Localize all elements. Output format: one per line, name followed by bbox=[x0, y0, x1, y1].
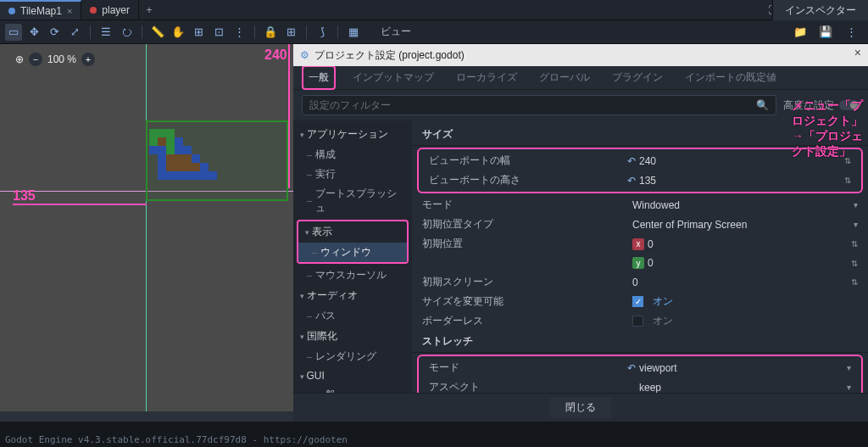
prop-stretch-mode: モード ↶ viewport▾ bbox=[419, 358, 861, 377]
tree-mouse-cursor[interactable]: マウスカーソル bbox=[293, 265, 412, 285]
reset-icon[interactable]: ↶ bbox=[624, 362, 639, 374]
more-icon[interactable]: ⋮ bbox=[843, 24, 860, 41]
dialog-title: プロジェクト設定 (project.godot) bbox=[314, 48, 465, 63]
reset-icon[interactable]: ↶ bbox=[624, 155, 639, 167]
prop-initial-pos: 初期位置 x ⇅ bbox=[412, 234, 868, 254]
annotation-width-line bbox=[288, 44, 290, 188]
annotation-menu-hint: メニュー「プロジェクト」→「プロジェクト設定」 bbox=[792, 98, 868, 159]
inspector-tab[interactable]: インスペクター bbox=[772, 0, 868, 20]
tree-bus[interactable]: バス bbox=[293, 306, 412, 326]
snap-icon[interactable]: ⊞ bbox=[190, 24, 207, 41]
prop-aspect: アスペクト keep▾ bbox=[419, 377, 861, 393]
tilemap-preview bbox=[149, 129, 234, 197]
tab-globals[interactable]: グローバル bbox=[534, 67, 595, 88]
tab-inputmap[interactable]: インプットマップ bbox=[348, 67, 439, 88]
viewport-scrollbar[interactable] bbox=[0, 411, 293, 422]
filter-input[interactable]: 設定のフィルター 🔍 bbox=[302, 95, 776, 115]
tree-application[interactable]: アプリケーション bbox=[293, 124, 412, 145]
smart-snap-icon[interactable]: ⋮ bbox=[231, 24, 248, 41]
scene-tab-label: TileMap1 bbox=[20, 5, 62, 17]
settings-tree[interactable]: アプリケーション 構成 実行 ブートスプラッシュ 表示 ウィンドウ マウスカーソ… bbox=[293, 120, 412, 393]
grid-snap-icon[interactable]: ⊡ bbox=[210, 24, 227, 41]
lock-icon[interactable]: ⭮ bbox=[118, 24, 135, 41]
zoom-center-icon[interactable]: ⊕ bbox=[15, 53, 24, 65]
mode-dropdown[interactable]: Windowed▾ bbox=[632, 199, 858, 211]
chevron-down-icon: ▾ bbox=[847, 383, 851, 392]
zoom-out-button[interactable]: − bbox=[29, 53, 42, 66]
tree-run[interactable]: 実行 bbox=[293, 165, 412, 184]
tree-window[interactable]: ウィンドウ bbox=[298, 243, 407, 262]
close-button[interactable]: 閉じる bbox=[550, 397, 611, 418]
initial-pos-type-dropdown[interactable]: Center of Primary Screen▾ bbox=[632, 219, 858, 231]
add-tab-button[interactable]: + bbox=[139, 0, 159, 20]
viewport-width-input[interactable] bbox=[639, 155, 690, 167]
initial-pos-y-input[interactable] bbox=[648, 257, 732, 269]
list-select-icon[interactable]: ☰ bbox=[97, 24, 114, 41]
tree-bootsplash[interactable]: ブートスプラッシュ bbox=[293, 184, 412, 218]
chevron-down-icon: ▾ bbox=[854, 200, 858, 210]
bone-icon[interactable]: ⟆ bbox=[314, 24, 331, 41]
pan-icon[interactable]: ✋ bbox=[170, 24, 186, 41]
group-icon[interactable]: ⊞ bbox=[282, 24, 299, 41]
annotation-height: 135 bbox=[13, 188, 36, 204]
scene-tab-label: player bbox=[102, 4, 130, 16]
view-menu[interactable]: ビュー bbox=[372, 23, 420, 41]
output-console: Godot Engine v4.3.stable.official.77dcf9… bbox=[0, 422, 868, 447]
stretch-mode-dropdown[interactable]: viewport▾ bbox=[639, 362, 851, 374]
inspector-toolbar: 📁 💾 ⋮ bbox=[783, 20, 868, 44]
viewport-height-input[interactable] bbox=[639, 175, 690, 187]
filter-row: 設定のフィルター 🔍 高度な設定 bbox=[293, 90, 868, 120]
tree-display[interactable]: 表示 bbox=[298, 221, 407, 243]
initial-pos-x-input[interactable] bbox=[648, 238, 732, 250]
scene-icon bbox=[90, 7, 97, 14]
spinner-icon[interactable]: ⇅ bbox=[851, 277, 858, 287]
scene-tab-tilemap[interactable]: TileMap1 × bbox=[0, 0, 81, 20]
spinner-icon[interactable]: ⇅ bbox=[851, 259, 858, 268]
initial-screen-input[interactable] bbox=[632, 277, 683, 288]
zoom-in-button[interactable]: + bbox=[81, 53, 95, 66]
select-tool-icon[interactable]: ▭ bbox=[5, 24, 22, 41]
tab-import-defaults[interactable]: インポートの既定値 bbox=[680, 67, 782, 88]
tree-common[interactable]: 一般 bbox=[293, 385, 412, 393]
godot-icon: ⚙ bbox=[300, 49, 309, 61]
tab-general[interactable]: 一般 bbox=[302, 65, 336, 90]
scene-tab-player[interactable]: player bbox=[81, 0, 139, 20]
tree-gui[interactable]: GUI bbox=[293, 366, 412, 385]
annotation-width: 240 bbox=[264, 47, 287, 63]
prop-borderless: ボーダーレス オン bbox=[412, 311, 868, 331]
tab-plugins[interactable]: プラグイン bbox=[607, 67, 668, 88]
save-icon[interactable]: 💾 bbox=[817, 24, 834, 41]
property-panel[interactable]: サイズ ビューポートの幅 ↶ ⇅ ビューポートの高さ ↶ ⇅ モード bbox=[412, 120, 868, 393]
ruler-icon[interactable]: 📏 bbox=[149, 24, 166, 41]
tree-i18n[interactable]: 国際化 bbox=[293, 326, 412, 347]
zoom-percent[interactable]: 100 % bbox=[47, 53, 76, 65]
zoom-controls: ⊕ − 100 % + bbox=[15, 53, 95, 66]
prop-initial-screen: 初期スクリーン ⇅ bbox=[412, 272, 868, 292]
spinner-icon[interactable]: ⇅ bbox=[851, 239, 858, 249]
camera-icon[interactable]: ▦ bbox=[345, 24, 362, 41]
viewport-2d[interactable]: ⊕ − 100 % + 240 135 bbox=[0, 44, 293, 422]
move-tool-icon[interactable]: ✥ bbox=[25, 24, 42, 41]
tab-localize[interactable]: ローカライズ bbox=[451, 67, 522, 88]
y-badge: y bbox=[632, 257, 644, 269]
aspect-dropdown[interactable]: keep▾ bbox=[639, 382, 851, 394]
prop-initial-pos-y: y ⇅ bbox=[412, 254, 868, 272]
tree-audio[interactable]: オーディオ bbox=[293, 285, 412, 306]
lock2-icon[interactable]: 🔒 bbox=[262, 24, 279, 41]
tree-rendering-i18n[interactable]: レンダリング bbox=[293, 347, 412, 366]
editor-toolbar: ▭ ✥ ⟳ ⤢ ☰ ⭮ 📏 ✋ ⊞ ⊡ ⋮ 🔒 ⊞ ⟆ ▦ ビュー bbox=[0, 20, 868, 44]
scale-tool-icon[interactable]: ⤢ bbox=[66, 24, 83, 41]
borderless-checkbox[interactable] bbox=[632, 316, 643, 327]
dialog-footer: 閉じる bbox=[293, 393, 868, 422]
prop-resizable: サイズを変更可能 ✓ オン bbox=[412, 292, 868, 311]
tree-config[interactable]: 構成 bbox=[293, 145, 412, 165]
close-icon[interactable]: × bbox=[67, 6, 72, 16]
resizable-checkbox[interactable]: ✓ bbox=[632, 296, 643, 307]
reset-icon[interactable]: ↶ bbox=[624, 175, 639, 187]
close-icon[interactable]: × bbox=[854, 46, 861, 59]
scene-tabs: TileMap1 × player + bbox=[0, 0, 868, 20]
folder-icon[interactable]: 📁 bbox=[792, 24, 809, 41]
dialog-titlebar[interactable]: ⚙ プロジェクト設定 (project.godot) × bbox=[293, 44, 868, 66]
spinner-icon[interactable]: ⇅ bbox=[844, 176, 851, 185]
rotate-tool-icon[interactable]: ⟳ bbox=[46, 24, 63, 41]
